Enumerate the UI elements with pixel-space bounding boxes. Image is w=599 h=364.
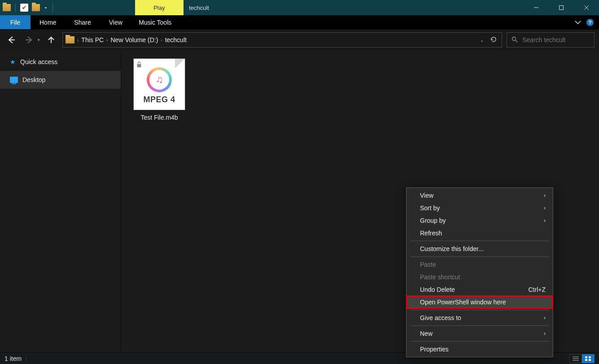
context-menu-label: Group by bbox=[420, 217, 446, 224]
context-menu-undo-delete[interactable]: Undo Delete Ctrl+Z bbox=[407, 283, 553, 296]
svg-rect-16 bbox=[589, 359, 591, 361]
file-list-pane[interactable]: ♫ MPEG 4 Test File.m4b View › Sort by › … bbox=[121, 50, 599, 352]
svg-rect-13 bbox=[585, 356, 587, 358]
lock-icon bbox=[136, 61, 142, 68]
context-menu-label: Refresh bbox=[420, 230, 442, 237]
file-thumbnail: ♫ MPEG 4 bbox=[133, 58, 185, 110]
context-menu-open-powershell[interactable]: Open PowerShell window here bbox=[407, 296, 553, 308]
minimize-button[interactable] bbox=[524, 0, 549, 15]
context-menu-give-access-to[interactable]: Give access to › bbox=[407, 312, 553, 324]
back-button[interactable] bbox=[4, 33, 18, 47]
refresh-icon[interactable] bbox=[490, 36, 497, 44]
sidebar-item-label: Quick access bbox=[20, 58, 57, 65]
folder-icon[interactable] bbox=[3, 4, 11, 11]
window-controls bbox=[524, 0, 599, 15]
svg-rect-9 bbox=[137, 64, 141, 67]
ribbon-tabs: File Home Share View Music Tools ? bbox=[0, 15, 599, 30]
explorer-body: ★ Quick access Desktop ♫ MPEG 4 bbox=[0, 50, 599, 352]
ribbon-tab-music-tools[interactable]: Music Tools bbox=[131, 15, 179, 29]
context-menu-label: Customize this folder... bbox=[420, 245, 484, 252]
quick-access-toolbar: ✔ ▾ bbox=[0, 0, 57, 15]
qat-dropdown-icon[interactable]: ▾ bbox=[44, 6, 48, 10]
search-icon bbox=[512, 36, 518, 44]
context-menu-separator bbox=[410, 325, 549, 326]
star-icon: ★ bbox=[10, 58, 16, 65]
breadcrumb-this-pc[interactable]: This PC bbox=[81, 36, 104, 43]
address-bar[interactable]: › This PC › New Volume (D:) › techcult ⌄ bbox=[62, 32, 502, 48]
context-menu-view[interactable]: View › bbox=[407, 189, 553, 202]
context-menu-label: View bbox=[420, 192, 433, 199]
svg-rect-1 bbox=[560, 6, 564, 10]
context-menu-customize-folder[interactable]: Customize this folder... bbox=[407, 243, 553, 255]
qat-separator bbox=[52, 4, 53, 12]
breadcrumb-volume[interactable]: New Volume (D:) bbox=[110, 36, 158, 43]
recent-locations-dropdown[interactable]: ▾ bbox=[38, 38, 40, 42]
context-menu-separator bbox=[410, 241, 549, 241]
mpeg-label: MPEG 4 bbox=[143, 95, 175, 104]
chevron-right-icon[interactable]: › bbox=[161, 38, 162, 43]
svg-rect-15 bbox=[585, 359, 587, 361]
chevron-right-icon[interactable]: › bbox=[106, 38, 108, 43]
search-input[interactable] bbox=[522, 36, 599, 43]
page-fold-icon bbox=[175, 59, 185, 69]
file-explorer-window: ✔ ▾ Play techcult File Home Share View M… bbox=[0, 0, 599, 364]
context-menu-group-by[interactable]: Group by › bbox=[407, 214, 553, 227]
folder-icon bbox=[66, 36, 74, 43]
context-menu-new[interactable]: New › bbox=[407, 327, 553, 340]
sidebar-item-quick-access[interactable]: ★ Quick access bbox=[0, 53, 121, 71]
context-menu-separator bbox=[410, 256, 549, 257]
navigation-pane: ★ Quick access Desktop bbox=[0, 50, 121, 352]
chevron-right-icon: › bbox=[544, 205, 546, 211]
qat-separator bbox=[15, 4, 16, 12]
music-tools-context-tab[interactable]: Play bbox=[135, 0, 184, 15]
svg-point-7 bbox=[512, 37, 516, 40]
context-menu-label: Paste bbox=[420, 261, 436, 268]
context-menu-properties[interactable]: Properties bbox=[407, 343, 553, 355]
navigation-bar: ▾ › This PC › New Volume (D:) › techcult… bbox=[0, 30, 599, 50]
context-menu-label: Give access to bbox=[420, 314, 461, 321]
forward-button[interactable] bbox=[22, 33, 36, 47]
ribbon-tab-share[interactable]: Share bbox=[65, 15, 100, 29]
svg-line-8 bbox=[516, 40, 517, 42]
context-menu-label: Open PowerShell window here bbox=[420, 299, 506, 306]
ribbon-tab-view[interactable]: View bbox=[100, 15, 131, 29]
context-menu-label: New bbox=[420, 330, 433, 337]
chevron-right-icon: › bbox=[544, 315, 546, 321]
chevron-right-icon[interactable]: › bbox=[77, 38, 79, 43]
details-view-button[interactable] bbox=[569, 354, 582, 363]
titlebar: ✔ ▾ Play techcult bbox=[0, 0, 599, 15]
sidebar-item-desktop[interactable]: Desktop bbox=[0, 71, 121, 89]
window-title: techcult bbox=[184, 0, 209, 15]
context-menu-sort-by[interactable]: Sort by › bbox=[407, 202, 553, 214]
context-menu-label: Properties bbox=[420, 346, 449, 353]
chevron-right-icon: › bbox=[544, 330, 546, 337]
help-icon[interactable]: ? bbox=[586, 19, 594, 26]
chevron-right-icon: › bbox=[544, 217, 546, 224]
address-history-dropdown-icon[interactable]: ⌄ bbox=[480, 38, 484, 43]
status-separator bbox=[26, 355, 26, 362]
file-menu[interactable]: File bbox=[0, 15, 31, 29]
keyboard-shortcut: Ctrl+Z bbox=[529, 286, 546, 293]
maximize-button[interactable] bbox=[549, 0, 574, 15]
context-menu-label: Undo Delete bbox=[420, 286, 455, 293]
ribbon-tab-home[interactable]: Home bbox=[31, 15, 65, 29]
context-menu-paste-shortcut: Paste shortcut bbox=[407, 271, 553, 283]
ribbon-collapse-chevron-icon[interactable] bbox=[575, 19, 581, 26]
large-icons-view-button[interactable] bbox=[582, 354, 595, 363]
close-button[interactable] bbox=[574, 0, 599, 15]
status-item-count: 1 item bbox=[4, 355, 22, 362]
properties-qat-icon[interactable]: ✔ bbox=[20, 4, 28, 12]
monitor-icon bbox=[10, 77, 18, 83]
context-menu-label: Paste shortcut bbox=[420, 273, 460, 281]
search-box[interactable] bbox=[507, 32, 595, 48]
context-menu: View › Sort by › Group by › Refresh Cust… bbox=[406, 187, 553, 357]
context-menu-separator bbox=[410, 310, 549, 310]
sidebar-item-label: Desktop bbox=[22, 76, 45, 83]
new-folder-qat-icon[interactable] bbox=[32, 4, 40, 11]
context-menu-label: Sort by bbox=[420, 204, 440, 212]
context-menu-refresh[interactable]: Refresh bbox=[407, 227, 553, 239]
file-item[interactable]: ♫ MPEG 4 Test File.m4b bbox=[131, 58, 188, 121]
up-button[interactable] bbox=[44, 33, 58, 47]
context-menu-paste: Paste bbox=[407, 258, 553, 271]
breadcrumb-folder[interactable]: techcult bbox=[165, 36, 187, 43]
